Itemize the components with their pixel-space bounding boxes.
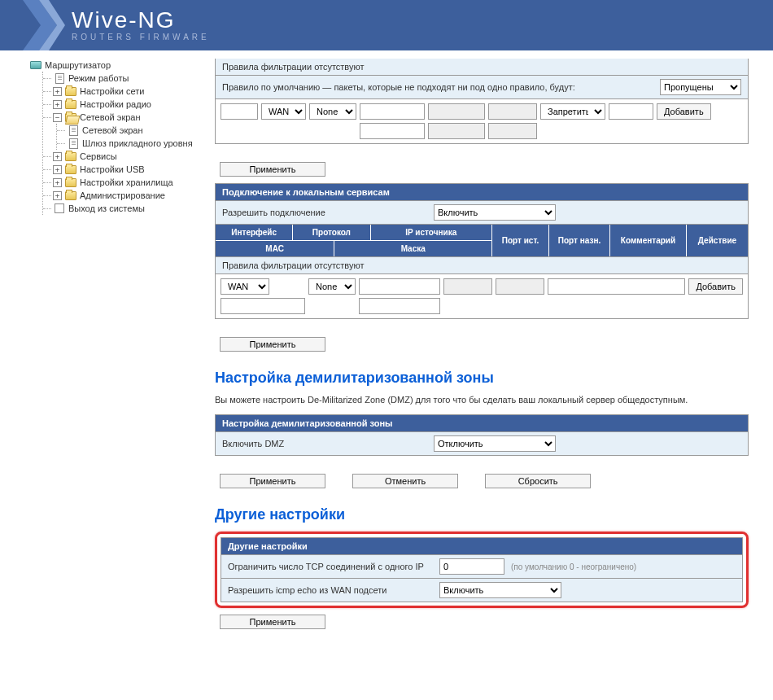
- sidebar-item-services[interactable]: +Сервисы: [43, 150, 212, 163]
- brand-title: Wive-NG: [72, 9, 210, 32]
- sidebar-item-storage[interactable]: +Настройки хранилища: [43, 176, 212, 189]
- filter-deny-select[interactable]: Запретить: [540, 103, 605, 120]
- folder-open-icon: [64, 112, 77, 123]
- filter-default-row: Правило по умолчанию — пакеты, которые н…: [216, 75, 748, 98]
- expand-icon[interactable]: +: [53, 178, 62, 187]
- sidebar-item-router[interactable]: Маршрутизатор: [29, 59, 212, 72]
- filter-field-3[interactable]: [360, 123, 425, 139]
- local-th-srcip: IP источника: [371, 225, 492, 240]
- filter-field-2[interactable]: [360, 103, 425, 120]
- filter-proto-select[interactable]: None: [309, 103, 356, 120]
- expand-icon[interactable]: +: [53, 152, 62, 161]
- sidebar-item-label: Сетевой экран: [82, 125, 143, 135]
- sidebar: Маршрутизатор Режим работы +Настройки се…: [24, 50, 212, 652]
- other-highlight: Другие настройки Ограничить число TCP со…: [215, 532, 749, 608]
- sidebar-item-firewall[interactable]: −Сетевой экран: [43, 111, 212, 124]
- other-icmp-select[interactable]: Включить: [439, 582, 561, 598]
- dmz-cancel-button[interactable]: Отменить: [352, 474, 458, 488]
- local-apply-button[interactable]: Применить: [220, 337, 325, 352]
- local-empty-row: Правила фильтрации отсутствуют: [216, 256, 748, 273]
- dmz-head: Настройка демилитаризованной зоны: [216, 415, 748, 431]
- other-tcp-hint: (по умолчанию 0 - неограничено): [511, 562, 636, 571]
- expand-icon[interactable]: +: [53, 100, 62, 109]
- local-add-row: WAN None Добавить: [216, 273, 748, 318]
- filter-default-action-select[interactable]: Пропущены: [660, 79, 741, 95]
- local-th-proto: Протокол: [293, 225, 370, 240]
- other-apply-row: Применить: [215, 608, 749, 636]
- filter-field-7[interactable]: [488, 123, 537, 139]
- sidebar-item-radio[interactable]: +Настройки радио: [43, 98, 212, 111]
- page-icon: [67, 138, 80, 149]
- dmz-enable-select[interactable]: Отключить: [434, 435, 556, 452]
- filter-add-button[interactable]: Добавить: [657, 103, 711, 120]
- other-apply-button[interactable]: Применить: [220, 615, 325, 629]
- filter-section: Правила фильтрации отсутствуют Правило п…: [215, 59, 749, 144]
- expand-icon[interactable]: +: [53, 165, 62, 174]
- local-th-iface: Интерфейс: [216, 225, 293, 240]
- exit-icon: [53, 203, 66, 214]
- sidebar-item-usb[interactable]: +Настройки USB: [43, 163, 212, 176]
- dmz-title: Настройка демилитаризованной зоны: [215, 370, 749, 387]
- filter-field-5[interactable]: [428, 123, 485, 139]
- sidebar-item-firewall-sub[interactable]: Сетевой экран: [57, 124, 212, 137]
- other-icmp-label: Разрешить icmp echo из WAN подсети: [228, 585, 439, 595]
- local-mask-input[interactable]: [359, 298, 440, 314]
- other-tcp-input[interactable]: [439, 558, 504, 575]
- dmz-enable-row: Включить DMZ Отключить: [216, 431, 748, 455]
- filter-default-label: Правило по умолчанию — пакеты, которые н…: [222, 82, 575, 92]
- filter-field-6[interactable]: [488, 103, 537, 120]
- local-comment-input[interactable]: [548, 278, 685, 295]
- other-head: Другие настройки: [221, 538, 742, 554]
- local-table-head: Интерфейс Протокол IP источника MAC Маск…: [216, 224, 748, 256]
- filter-field-4[interactable]: [428, 103, 485, 120]
- sidebar-item-admin[interactable]: +Администрирование: [43, 189, 212, 202]
- local-proto-select[interactable]: None: [308, 278, 356, 295]
- filter-iface-select[interactable]: WAN: [261, 103, 306, 120]
- local-sport-input[interactable]: [443, 278, 492, 295]
- local-apply-row: Применить: [215, 330, 749, 358]
- local-iface-select[interactable]: WAN: [221, 278, 269, 295]
- local-th-mac: MAC: [216, 241, 334, 256]
- filter-apply-row: Применить: [215, 155, 749, 183]
- local-dport-input[interactable]: [496, 278, 544, 295]
- sidebar-item-net[interactable]: +Настройки сети: [43, 85, 212, 98]
- sidebar-item-label: Шлюз прикладного уровня: [82, 138, 193, 148]
- other-title: Другие настройки: [215, 506, 749, 523]
- app-header: Wive-NG ROUTERS FIRMWARE: [0, 0, 773, 50]
- sidebar-item-label: Настройки USB: [80, 164, 145, 174]
- collapse-icon[interactable]: −: [53, 113, 62, 122]
- expand-icon[interactable]: +: [53, 191, 62, 200]
- sidebar-item-label: Маршрутизатор: [45, 60, 111, 70]
- folder-icon: [64, 177, 77, 188]
- dmz-section: Настройка демилитаризованной зоны Включи…: [215, 414, 749, 456]
- expand-icon[interactable]: +: [53, 87, 62, 96]
- sidebar-item-mode[interactable]: Режим работы: [43, 72, 212, 85]
- page-icon: [53, 72, 66, 84]
- main-content: Правила фильтрации отсутствуют Правило п…: [212, 50, 773, 652]
- local-mac-input[interactable]: [221, 298, 305, 314]
- local-th-dport: Порт назн.: [549, 225, 610, 256]
- local-add-button[interactable]: Добавить: [688, 278, 743, 295]
- filter-field-1[interactable]: [221, 103, 258, 120]
- local-srcip-input[interactable]: [359, 278, 440, 295]
- local-th-comment: Комментарий: [610, 225, 687, 256]
- local-empty-text: Правила фильтрации отсутствуют: [222, 260, 365, 270]
- folder-icon: [64, 164, 77, 175]
- dmz-enable-label: Включить DMZ: [222, 439, 434, 448]
- local-head: Подключение к локальным сервисам: [216, 184, 748, 200]
- local-allow-select[interactable]: Включить: [434, 204, 556, 221]
- sidebar-item-label: Настройки сети: [80, 86, 144, 96]
- other-tcp-row: Ограничить число TCP соединений с одного…: [221, 554, 742, 578]
- other-tcp-label: Ограничить число TCP соединений с одного…: [228, 562, 439, 571]
- local-th-action: Действие: [687, 225, 748, 256]
- filter-apply-button[interactable]: Применить: [220, 162, 325, 177]
- sidebar-item-alg[interactable]: Шлюз прикладного уровня: [57, 137, 212, 150]
- sidebar-item-logout[interactable]: Выход из системы: [43, 202, 212, 215]
- filter-field-8[interactable]: [609, 103, 653, 120]
- dmz-reset-button[interactable]: Сбросить: [485, 474, 591, 488]
- sidebar-item-label: Режим работы: [68, 73, 129, 83]
- sidebar-item-label: Сервисы: [80, 151, 117, 161]
- page-icon: [67, 125, 80, 136]
- dmz-apply-button[interactable]: Применить: [220, 474, 325, 488]
- brand-subtitle: ROUTERS FIRMWARE: [72, 33, 210, 42]
